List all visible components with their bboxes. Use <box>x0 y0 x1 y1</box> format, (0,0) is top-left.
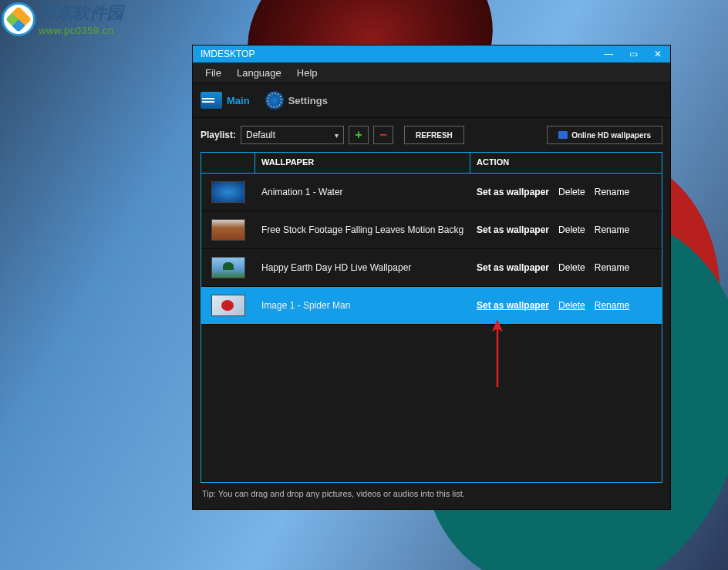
header-wallpaper: WALLPAPER <box>255 153 470 173</box>
add-playlist-button[interactable]: + <box>349 126 369 144</box>
tip-text: Tip: You can drag and drop any pictures,… <box>201 483 662 501</box>
watermark-url: www.pc0359.cn <box>39 25 123 36</box>
maximize-button[interactable]: ▭ <box>624 49 642 59</box>
table-row[interactable]: Animation 1 - WaterSet as wallpaperDelet… <box>201 174 662 211</box>
playlist-dropdown[interactable]: Default <box>241 126 344 144</box>
thumbnail-cell <box>201 295 255 316</box>
content-area: Playlist: Default + − REFRESH Online HD … <box>193 118 670 509</box>
menu-language[interactable]: Language <box>229 64 289 82</box>
wallpaper-table: WALLPAPER ACTION Animation 1 - WaterSet … <box>201 152 662 483</box>
tabbar: Main Settings <box>193 83 670 118</box>
titlebar[interactable]: IMDESKTOP ― ▭ ✕ <box>193 46 670 62</box>
watermark: 河东软件园 www.pc0359.cn <box>2 2 123 36</box>
gear-icon <box>265 91 284 110</box>
wallpaper-thumbnail <box>211 257 245 278</box>
table-header: WALLPAPER ACTION <box>201 153 662 174</box>
menu-help[interactable]: Help <box>289 64 325 82</box>
wallpaper-thumbnail <box>211 181 245 203</box>
table-body: Animation 1 - WaterSet as wallpaperDelet… <box>201 174 662 482</box>
action-cell: Set as wallpaperDeleteRename <box>470 224 662 235</box>
delete-link[interactable]: Delete <box>558 187 585 197</box>
app-window: IMDESKTOP ― ▭ ✕ File Language Help Main … <box>192 45 671 510</box>
table-row[interactable]: Free Stock Footage Falling Leaves Motion… <box>201 211 662 249</box>
delete-link[interactable]: Delete <box>558 262 585 273</box>
playlist-label: Playlist: <box>201 130 236 140</box>
header-thumbnail <box>201 153 255 173</box>
tab-main-label: Main <box>227 95 250 106</box>
online-icon <box>558 131 568 139</box>
remove-playlist-button[interactable]: − <box>373 126 393 144</box>
rename-link[interactable]: Rename <box>595 300 629 311</box>
wallpaper-name: Animation 1 - Water <box>255 187 470 197</box>
online-wallpapers-button[interactable]: Online HD wallpapers <box>547 126 662 144</box>
set-as-wallpaper-link[interactable]: Set as wallpaper <box>477 300 549 311</box>
wallpaper-thumbnail <box>211 295 245 316</box>
wallpaper-name: Image 1 - Spider Man <box>255 300 470 311</box>
watermark-logo-icon <box>2 2 35 36</box>
main-icon <box>201 92 222 109</box>
playlist-toolbar: Playlist: Default + − REFRESH Online HD … <box>201 126 662 144</box>
wallpaper-thumbnail <box>211 219 245 241</box>
online-label: Online HD wallpapers <box>571 131 651 140</box>
set-as-wallpaper-link[interactable]: Set as wallpaper <box>477 224 549 235</box>
playlist-selected-value: Default <box>246 130 275 140</box>
delete-link[interactable]: Delete <box>558 300 585 311</box>
action-cell: Set as wallpaperDeleteRename <box>470 262 662 273</box>
tab-settings-label: Settings <box>288 95 328 106</box>
rename-link[interactable]: Rename <box>595 187 629 197</box>
rename-link[interactable]: Rename <box>595 224 629 235</box>
table-row[interactable]: Image 1 - Spider ManSet as wallpaperDele… <box>201 287 662 325</box>
tab-settings[interactable]: Settings <box>265 91 328 110</box>
rename-link[interactable]: Rename <box>595 262 629 273</box>
menubar: File Language Help <box>193 62 670 83</box>
thumbnail-cell <box>201 257 255 278</box>
wallpaper-name: Happy Earth Day HD Live Wallpaper <box>255 262 470 273</box>
header-action: ACTION <box>470 153 662 173</box>
set-as-wallpaper-link[interactable]: Set as wallpaper <box>477 187 549 197</box>
close-button[interactable]: ✕ <box>649 49 667 59</box>
thumbnail-cell <box>201 219 255 241</box>
wallpaper-name: Free Stock Footage Falling Leaves Motion… <box>255 224 470 235</box>
delete-link[interactable]: Delete <box>558 224 585 235</box>
set-as-wallpaper-link[interactable]: Set as wallpaper <box>477 262 549 273</box>
thumbnail-cell <box>201 181 255 203</box>
watermark-title: 河东软件园 <box>39 2 123 25</box>
action-cell: Set as wallpaperDeleteRename <box>470 300 662 311</box>
table-row[interactable]: Happy Earth Day HD Live WallpaperSet as … <box>201 249 662 287</box>
minimize-button[interactable]: ― <box>599 49 618 59</box>
tab-main[interactable]: Main <box>201 92 250 109</box>
refresh-label: REFRESH <box>416 131 453 140</box>
menu-file[interactable]: File <box>197 64 229 82</box>
action-cell: Set as wallpaperDeleteRename <box>470 187 662 197</box>
window-title: IMDESKTOP <box>201 49 254 59</box>
refresh-button[interactable]: REFRESH <box>404 126 464 144</box>
